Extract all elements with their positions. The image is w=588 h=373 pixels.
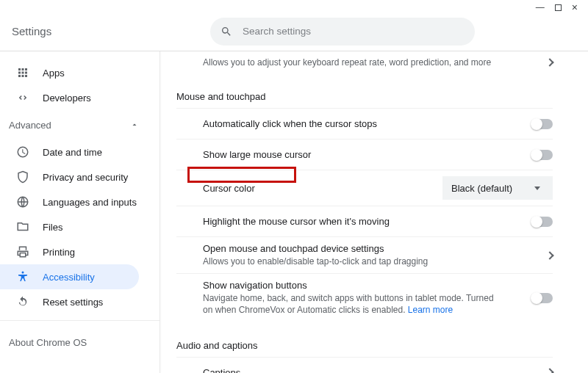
highlight-moving-row[interactable]: Highlight the mouse cursor when it's mov… — [176, 206, 553, 236]
sidebar-item-label: Date and time — [43, 147, 102, 158]
mouse-section-title: Mouse and touchpad — [176, 91, 553, 102]
learn-more-link[interactable]: Learn more — [408, 305, 453, 315]
large-cursor-row[interactable]: Show large mouse cursor — [176, 139, 553, 170]
search-input[interactable] — [243, 26, 465, 37]
sidebar-item-developers[interactable]: Developers — [0, 85, 139, 110]
keyboard-settings-row[interactable]: Allows you to adjust your keyboard repea… — [176, 51, 553, 79]
sidebar-item-label: Privacy and security — [43, 172, 128, 183]
sidebar-item-reset[interactable]: Reset settings — [0, 289, 139, 314]
select-value: Black (default) — [451, 183, 512, 194]
sidebar-item-apps[interactable]: Apps — [0, 60, 139, 85]
cursor-color-row: Cursor color Black (default) — [176, 170, 553, 206]
minimize-icon[interactable]: — — [536, 3, 545, 12]
globe-icon — [16, 195, 29, 209]
search-box[interactable] — [210, 18, 475, 46]
sidebar-item-datetime[interactable]: Date and time — [0, 140, 139, 164]
sidebar-item-privacy[interactable]: Privacy and security — [0, 164, 139, 189]
window-controls: — × — [0, 0, 588, 12]
row-subtitle: Allows you to adjust your keyboard repea… — [203, 57, 491, 68]
close-icon[interactable]: × — [572, 2, 578, 12]
svg-point-1 — [22, 272, 24, 274]
advanced-toggle[interactable]: Advanced — [0, 110, 159, 140]
sidebar-item-accessibility[interactable]: Accessibility — [0, 264, 139, 289]
nav-buttons-toggle[interactable] — [532, 293, 553, 303]
settings-panel: Allows you to adjust your keyboard repea… — [160, 51, 588, 373]
search-icon — [220, 26, 232, 37]
autoclick-toggle[interactable] — [532, 119, 553, 129]
sidebar-item-about[interactable]: About Chrome OS — [0, 328, 159, 348]
sidebar: Apps Developers Advanced Date and time P… — [0, 51, 160, 373]
chevron-right-icon — [545, 251, 553, 259]
sidebar-separator — [0, 320, 159, 321]
row-label: Automatically click when the cursor stop… — [203, 118, 377, 129]
sidebar-item-printing[interactable]: Printing — [0, 239, 139, 264]
audio-section-title: Audio and captions — [176, 340, 553, 351]
sidebar-item-languages[interactable]: Languages and inputs — [0, 189, 139, 214]
row-label: Open mouse and touchpad device settings — [203, 243, 428, 254]
row-subtitle: Navigate home, back, and switch apps wit… — [203, 292, 497, 316]
apps-icon — [16, 66, 29, 79]
accessibility-icon — [16, 270, 29, 283]
open-device-settings-row[interactable]: Open mouse and touchpad device settings … — [176, 236, 553, 273]
reset-icon — [16, 295, 29, 308]
highlight-moving-toggle[interactable] — [532, 217, 553, 227]
row-subtitle: Allows you to enable/disable tap-to-clic… — [203, 256, 428, 267]
sidebar-item-label: Files — [43, 222, 62, 233]
advanced-label: Advanced — [9, 120, 51, 131]
maximize-icon[interactable] — [555, 4, 562, 11]
row-label: Highlight the mouse cursor when it's mov… — [203, 216, 390, 227]
sidebar-item-label: Languages and inputs — [43, 197, 137, 208]
chevron-right-icon — [545, 368, 553, 373]
shield-icon — [16, 170, 29, 184]
sidebar-item-label: Developers — [43, 93, 91, 104]
autoclick-row[interactable]: Automatically click when the cursor stop… — [176, 108, 553, 139]
row-label: Cursor color — [203, 183, 255, 194]
printer-icon — [16, 245, 29, 258]
cursor-color-select[interactable]: Black (default) — [442, 176, 553, 200]
header: Settings — [0, 12, 588, 51]
row-label: Show large mouse cursor — [203, 149, 311, 160]
captions-row[interactable]: Captions — [176, 357, 553, 373]
sidebar-item-label: Printing — [43, 247, 75, 258]
sidebar-item-files[interactable]: Files — [0, 214, 139, 239]
folder-icon — [16, 220, 29, 233]
code-icon — [16, 91, 29, 104]
clock-icon — [16, 145, 29, 159]
chevron-right-icon — [545, 58, 553, 66]
sidebar-item-label: Accessibility — [43, 272, 95, 283]
row-label: Show navigation buttons — [203, 280, 497, 291]
sidebar-item-label: Reset settings — [43, 297, 103, 308]
row-label: Captions — [203, 367, 240, 373]
large-cursor-toggle[interactable] — [532, 150, 553, 160]
dropdown-icon — [534, 186, 540, 190]
page-title: Settings — [12, 25, 210, 37]
sidebar-item-label: Apps — [43, 68, 65, 79]
nav-buttons-row[interactable]: Show navigation buttons Navigate home, b… — [176, 273, 553, 322]
chevron-up-icon — [130, 120, 139, 129]
